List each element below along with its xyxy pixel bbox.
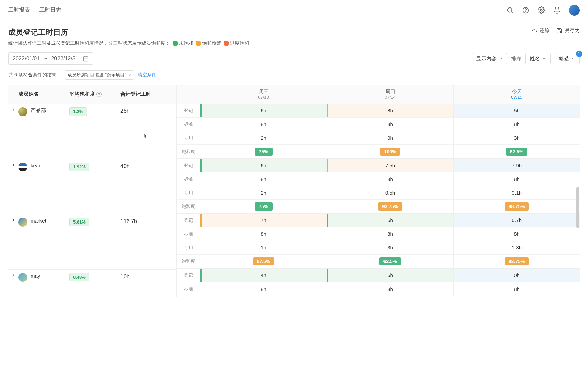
expand-toggle[interactable] bbox=[8, 107, 18, 112]
filter-chip[interactable]: 成员所属项目 包含 "演示项目" × bbox=[65, 70, 134, 80]
member-info: 产品部 bbox=[8, 104, 69, 159]
chevron-right-icon bbox=[11, 107, 16, 112]
registered-cell[interactable]: 0h bbox=[454, 269, 580, 282]
member-name: 产品部 bbox=[31, 107, 46, 114]
available-cell: 3h bbox=[327, 241, 453, 255]
row-labels: 登记标准可用饱和度 bbox=[177, 214, 200, 269]
bell-icon[interactable] bbox=[553, 6, 561, 14]
filter-button[interactable]: 筛选 1 bbox=[555, 53, 580, 64]
data-column: 5h8h3h62.5% bbox=[453, 104, 580, 158]
data-block: 7h8h1h87.5%5h8h3h62.5%6.7h8h1.3h83.75% bbox=[200, 214, 580, 269]
registered-cell[interactable]: 6h bbox=[200, 159, 327, 172]
tab-log[interactable]: 工时日志 bbox=[39, 6, 61, 14]
expand-toggle[interactable] bbox=[8, 218, 18, 223]
sort-value: 姓名 bbox=[530, 56, 540, 62]
date-range-picker[interactable]: 2022/01/01 ~ 2022/12/31 bbox=[8, 52, 93, 65]
expand-toggle[interactable] bbox=[8, 273, 18, 278]
row-label: 标准 bbox=[177, 227, 200, 241]
dot-orange-icon bbox=[196, 41, 201, 46]
data-column: 6.7h8h1.3h83.75% bbox=[453, 214, 580, 268]
data-column: 0h8h bbox=[453, 269, 580, 296]
saturation-pill: 98.75% bbox=[505, 202, 529, 211]
row-label: 登记 bbox=[177, 214, 200, 227]
display-label: 显示内容 bbox=[476, 56, 496, 62]
help-circle-icon[interactable]: ? bbox=[96, 92, 102, 97]
bar-indicator bbox=[200, 104, 202, 117]
page-header: 成员登记工时日历 统计团队登记工时及成员登记工时饱和度情况，分三种状态展示成员饱… bbox=[8, 27, 580, 46]
data-column: 7h8h1h87.5% bbox=[200, 214, 327, 268]
registered-cell[interactable]: 7.5h bbox=[327, 159, 453, 172]
registered-cell[interactable]: 6.7h bbox=[454, 214, 580, 227]
standard-cell: 8h bbox=[200, 282, 327, 296]
svg-line-1 bbox=[511, 12, 513, 13]
expand-toggle[interactable] bbox=[8, 163, 18, 167]
help-icon[interactable] bbox=[522, 6, 529, 14]
legend-oversaturated: 过度饱和 bbox=[224, 40, 249, 46]
legend-unsaturated: 未饱和 bbox=[173, 40, 193, 46]
scrollbar-vertical[interactable] bbox=[576, 187, 579, 228]
tab-report[interactable]: 工时报表 bbox=[8, 6, 30, 14]
row-label: 可用 bbox=[177, 186, 200, 200]
search-icon[interactable] bbox=[506, 6, 514, 14]
day-header[interactable]: 今天07/15 bbox=[453, 85, 580, 104]
save-as-button[interactable]: 另存为 bbox=[556, 27, 580, 34]
toolbar: 2022/01/01 ~ 2022/12/31 显示内容 排序 姓名 筛选 1 bbox=[8, 52, 580, 65]
filter-chip-text: 成员所属项目 包含 "演示项目" bbox=[68, 72, 126, 78]
total-hours-cell: 10h bbox=[120, 270, 176, 297]
registered-cell[interactable]: 6h bbox=[200, 104, 327, 118]
day-header[interactable]: 周三07/13 bbox=[200, 85, 327, 104]
data-block: 6h8h2h75%7.5h8h0.5h93.75%7.9h8h0.1h98.75… bbox=[200, 159, 580, 214]
registered-cell[interactable]: 6h bbox=[327, 269, 453, 282]
legend-label: 未饱和 bbox=[179, 40, 193, 46]
member-avatar bbox=[18, 163, 27, 171]
data-block: 6h8h2h75%8h8h0h100%5h8h3h62.5% bbox=[200, 104, 580, 159]
saturation-badge: 0.48% bbox=[69, 273, 89, 281]
clear-filter-link[interactable]: 清空条件 bbox=[137, 72, 157, 78]
row-label: 可用 bbox=[177, 131, 200, 145]
member-info: keai bbox=[8, 159, 69, 214]
bar-indicator bbox=[200, 214, 202, 227]
saturation-cell: 100% bbox=[327, 145, 453, 158]
svg-point-4 bbox=[540, 9, 542, 11]
date-separator: ~ bbox=[44, 56, 47, 62]
data-column: 6h8h2h75% bbox=[200, 159, 327, 213]
registered-cell[interactable]: 5h bbox=[327, 214, 453, 227]
registered-cell[interactable]: 8h bbox=[327, 104, 453, 118]
registered-cell[interactable]: 4h bbox=[200, 269, 327, 282]
save-as-label: 另存为 bbox=[565, 27, 580, 34]
bar-indicator bbox=[327, 159, 328, 172]
row-label: 登记 bbox=[177, 159, 200, 172]
registered-cell[interactable]: 7h bbox=[200, 214, 327, 227]
sort-label: 排序 bbox=[511, 56, 521, 62]
bar-indicator bbox=[327, 214, 328, 227]
settings-icon[interactable] bbox=[538, 6, 545, 14]
member-name: market bbox=[31, 218, 46, 224]
close-icon[interactable]: × bbox=[128, 73, 131, 78]
available-cell: 2h bbox=[200, 131, 327, 145]
saturation-cell: 98.75% bbox=[454, 200, 580, 213]
saturation-cell: 93.75% bbox=[327, 200, 453, 213]
registered-cell[interactable]: 7.9h bbox=[454, 159, 580, 172]
saturation-badge: 1.2% bbox=[69, 107, 87, 116]
display-content-select[interactable]: 显示内容 bbox=[472, 53, 507, 64]
day-name: 今天 bbox=[512, 89, 522, 95]
bar-indicator bbox=[327, 104, 328, 117]
chevron-right-icon bbox=[11, 163, 16, 167]
registered-cell[interactable]: 5h bbox=[454, 104, 580, 118]
sort-select[interactable]: 姓名 bbox=[525, 53, 551, 64]
restore-button[interactable]: 还原 bbox=[531, 27, 550, 34]
day-header[interactable]: 周四07/14 bbox=[327, 85, 453, 104]
user-avatar[interactable] bbox=[569, 5, 580, 16]
day-date: 07/15 bbox=[511, 95, 522, 100]
row-labels: 登记标准可用饱和度 bbox=[177, 104, 200, 159]
topbar-tabs: 工时报表 工时日志 bbox=[8, 6, 61, 14]
row-label: 标准 bbox=[177, 282, 200, 296]
data-column: 8h8h0h100% bbox=[327, 104, 453, 158]
data-column: 6h8h2h75% bbox=[200, 104, 327, 158]
calendar-grid: 周三07/13周四07/14今天07/15 6h8h2h75%8h8h0h100… bbox=[200, 85, 580, 297]
day-date: 07/14 bbox=[385, 95, 396, 100]
filter-count-badge: 1 bbox=[576, 51, 582, 57]
date-end: 2022/12/31 bbox=[51, 56, 78, 62]
chevron-down-icon bbox=[542, 57, 546, 61]
member-name: keai bbox=[31, 163, 40, 168]
